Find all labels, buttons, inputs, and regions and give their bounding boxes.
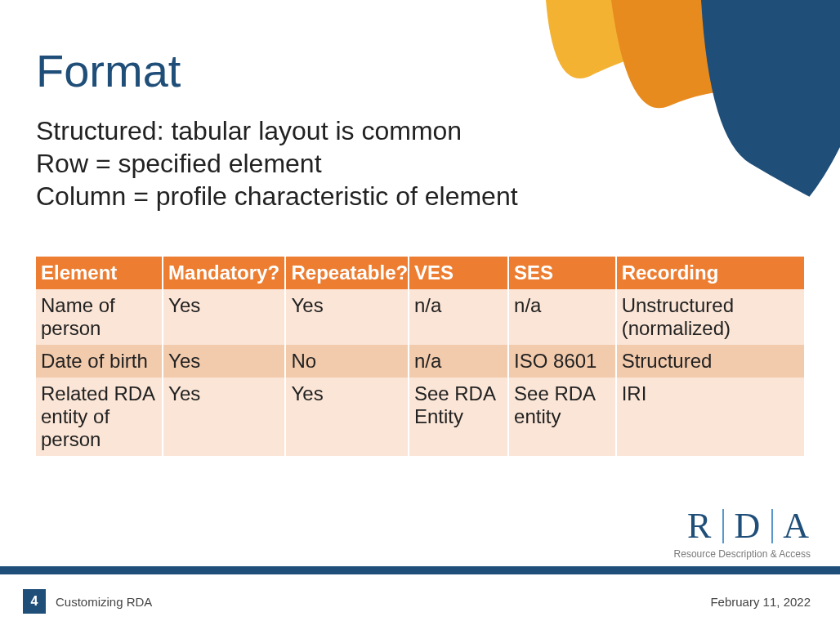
cell: Yes — [163, 289, 285, 345]
logo-letter: D — [734, 505, 762, 547]
cell: Date of birth — [36, 345, 163, 378]
cell: Yes — [163, 345, 285, 378]
logo-separator — [771, 509, 773, 543]
cell: Yes — [285, 289, 408, 345]
body-line: Column = profile characteristic of eleme… — [36, 180, 799, 212]
body-line: Row = specified element — [36, 147, 799, 180]
footer-rule — [0, 566, 840, 574]
rda-logo: R D A Resource Description & Access — [647, 505, 811, 560]
page-number: 4 — [23, 589, 46, 614]
cell: Related RDA entity of person — [36, 378, 163, 456]
cell: n/a — [409, 345, 508, 378]
logo-letter: A — [783, 505, 811, 547]
cell: Unstructured (normalized) — [616, 289, 804, 345]
logo-letter: R — [687, 505, 713, 547]
cell: n/a — [409, 289, 508, 345]
cell: Structured — [616, 345, 804, 378]
cell: n/a — [508, 289, 616, 345]
slide: Format Structured: tabular layout is com… — [0, 0, 840, 630]
col-mandatory: Mandatory? — [163, 257, 285, 289]
body-line: Structured: tabular layout is common — [36, 114, 799, 147]
col-ses: SES — [508, 257, 616, 289]
cell: Name of person — [36, 289, 163, 345]
cell: ISO 8601 — [508, 345, 616, 378]
cell: Yes — [285, 378, 408, 456]
logo-tagline: Resource Description & Access — [647, 548, 811, 560]
table-row: Date of birth Yes No n/a ISO 8601 Struct… — [36, 345, 804, 378]
profile-table: Element Mandatory? Repeatable? VES SES R… — [36, 257, 804, 456]
col-element: Element — [36, 257, 163, 289]
cell: IRI — [616, 378, 804, 456]
cell: See RDA entity — [508, 378, 616, 456]
table-header-row: Element Mandatory? Repeatable? VES SES R… — [36, 257, 804, 289]
footer-right: February 11, 2022 — [710, 595, 811, 609]
slide-title: Format — [36, 44, 181, 97]
col-repeatable: Repeatable? — [285, 257, 408, 289]
table-row: Related RDA entity of person Yes Yes See… — [36, 378, 804, 456]
cell: See RDA Entity — [409, 378, 508, 456]
col-recording: Recording — [616, 257, 804, 289]
table-row: Name of person Yes Yes n/a n/a Unstructu… — [36, 289, 804, 345]
footer-left: Customizing RDA — [56, 595, 152, 609]
cell: No — [285, 345, 408, 378]
col-ves: VES — [409, 257, 508, 289]
logo-separator — [722, 509, 724, 543]
body-text: Structured: tabular layout is common Row… — [36, 114, 799, 212]
cell: Yes — [163, 378, 285, 456]
